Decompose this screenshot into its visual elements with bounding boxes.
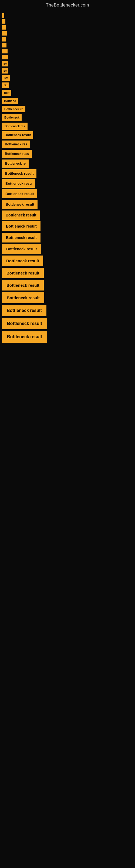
- result-badge[interactable]: Bottleneck: [2, 114, 21, 121]
- list-item: Bo: [2, 61, 135, 66]
- result-badge[interactable]: Bottleneck re: [2, 106, 26, 112]
- result-badge[interactable]: Bottleneck result: [2, 268, 44, 278]
- list-item: Bottleneck result: [2, 268, 135, 278]
- list-item: Bottleneck result: [2, 318, 135, 329]
- list-item: Bottleneck result: [2, 305, 135, 316]
- result-badge[interactable]: Bo: [2, 68, 8, 73]
- result-badge[interactable]: Bottleneck result: [2, 200, 38, 209]
- list-item: Bottleneck resu: [2, 150, 135, 158]
- result-badge[interactable]: Bottleneck result: [2, 169, 37, 178]
- list-item: Bottleneck result: [2, 221, 135, 231]
- result-badge[interactable]: Bottleneck result: [2, 305, 46, 316]
- list-item: Bottleneck res: [2, 141, 135, 148]
- result-badge[interactable]: Bo: [2, 61, 8, 66]
- result-badge[interactable]: [2, 55, 8, 59]
- list-item: Bottleneck re: [2, 159, 135, 167]
- list-item: [2, 19, 135, 24]
- result-badge[interactable]: [2, 13, 4, 18]
- result-badge[interactable]: Bo: [2, 83, 9, 88]
- list-item: Bottleneck result: [2, 244, 135, 254]
- result-badge[interactable]: Bott: [2, 90, 11, 96]
- site-title: TheBottlenecker.com: [0, 0, 135, 9]
- result-badge[interactable]: Bottleneck re: [2, 159, 29, 167]
- result-badge[interactable]: Bottleneck result: [2, 233, 41, 243]
- result-badge[interactable]: Bottleneck resu: [2, 179, 35, 188]
- result-badge[interactable]: [2, 43, 6, 48]
- list-item: Bottleneck result: [2, 189, 135, 198]
- list-item: [2, 49, 135, 54]
- result-badge[interactable]: [2, 49, 8, 54]
- list-item: [2, 43, 135, 48]
- list-item: Bo: [2, 83, 135, 88]
- list-item: [2, 13, 135, 18]
- list-item: Bottleneck re: [2, 106, 135, 112]
- list-item: Bottleneck result: [2, 233, 135, 243]
- list-item: Bottlene: [2, 98, 135, 104]
- result-badge[interactable]: Bottleneck res: [2, 141, 30, 148]
- list-item: Bot: [2, 75, 135, 81]
- result-badge[interactable]: Bottleneck result: [2, 331, 47, 343]
- result-badge[interactable]: [2, 25, 6, 30]
- list-item: Bottleneck result: [2, 292, 135, 303]
- result-badge[interactable]: Bottleneck result: [2, 244, 41, 254]
- result-badge[interactable]: Bottleneck res: [2, 123, 28, 130]
- list-item: [2, 31, 135, 35]
- result-badge[interactable]: Bottleneck result: [2, 292, 44, 303]
- result-badge[interactable]: Bottleneck result: [2, 131, 33, 139]
- result-badge[interactable]: Bottleneck result: [2, 211, 40, 220]
- list-item: Bottleneck resu: [2, 179, 135, 188]
- list-item: Bottleneck result: [2, 280, 135, 290]
- result-badge[interactable]: Bot: [2, 75, 10, 81]
- list-item: Bottleneck: [2, 114, 135, 121]
- result-badge[interactable]: Bottlene: [2, 98, 18, 104]
- items-list: BoBoBotBoBottBottleneBottleneck reBottle…: [0, 9, 135, 347]
- list-item: Bottleneck result: [2, 169, 135, 178]
- site-header: TheBottlenecker.com: [0, 0, 135, 9]
- list-item: Bo: [2, 68, 135, 73]
- list-item: Bottleneck result: [2, 211, 135, 220]
- list-item: Bottleneck result: [2, 200, 135, 209]
- list-item: [2, 37, 135, 41]
- list-item: Bottleneck res: [2, 123, 135, 130]
- list-item: [2, 25, 135, 30]
- list-item: [2, 55, 135, 59]
- result-badge[interactable]: [2, 19, 5, 24]
- result-badge[interactable]: Bottleneck result: [2, 318, 47, 329]
- result-badge[interactable]: Bottleneck result: [2, 189, 37, 198]
- list-item: Bottleneck result: [2, 255, 135, 266]
- result-badge[interactable]: Bottleneck result: [2, 255, 43, 266]
- result-badge[interactable]: [2, 31, 7, 35]
- result-badge[interactable]: Bottleneck resu: [2, 150, 32, 158]
- result-badge[interactable]: [2, 37, 6, 41]
- list-item: Bottleneck result: [2, 331, 135, 343]
- list-item: Bott: [2, 90, 135, 96]
- result-badge[interactable]: Bottleneck result: [2, 280, 44, 290]
- list-item: Bottleneck result: [2, 131, 135, 139]
- result-badge[interactable]: Bottleneck result: [2, 221, 41, 231]
